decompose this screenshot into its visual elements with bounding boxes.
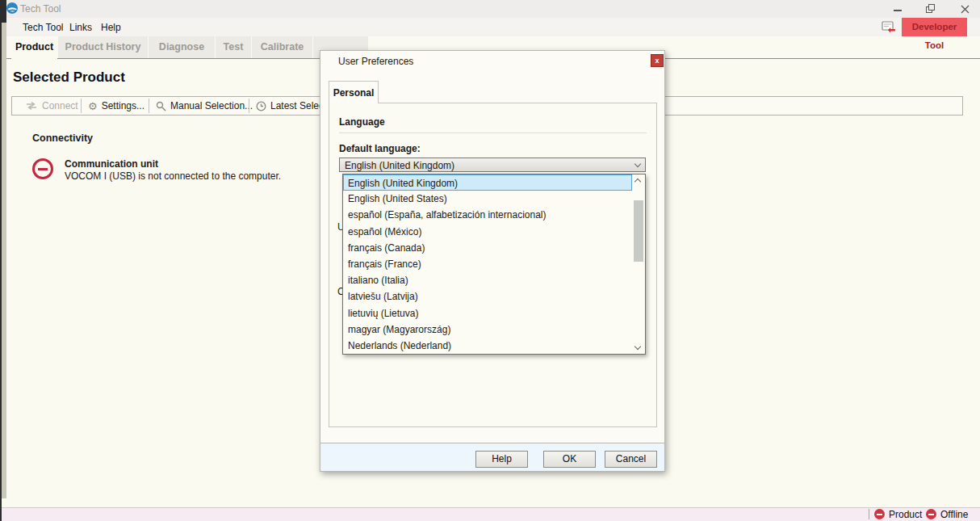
tab-product-history[interactable]: Product History (58, 36, 148, 58)
product-status-label: Product (889, 509, 922, 520)
status-divider (869, 509, 869, 519)
list-item[interactable]: italiano (Italia) (343, 272, 645, 288)
messages-icon[interactable] (882, 21, 897, 34)
window-frame-edge (0, 0, 2, 521)
list-item[interactable]: français (France) (343, 256, 645, 272)
menu-links[interactable]: Links (69, 22, 92, 33)
scrollbar-thumb[interactable] (634, 200, 643, 262)
communication-unit-title: Communication unit (65, 158, 158, 170)
dialog-title: User Preferences (338, 56, 413, 67)
list-item[interactable]: latviešu (Latvija) (343, 288, 645, 305)
list-item[interactable]: Nederlands (Nederland) (343, 338, 645, 354)
manual-selection-button[interactable]: Manual Selection... (156, 97, 253, 115)
developer-tool-button[interactable]: Developer Tool (902, 18, 967, 36)
language-section-heading: Language (339, 116, 385, 128)
section-rule (339, 132, 647, 133)
menu-help[interactable]: Help (101, 22, 121, 33)
toolbar-divider (249, 99, 249, 113)
menu-tech-tool[interactable]: Tech Tool (23, 22, 63, 33)
window-frame-corner (2, 0, 6, 23)
menu-bar: Tech Tool Links Help (0, 18, 980, 36)
selected-language-value: English (United Kingdom) (345, 160, 454, 171)
list-item[interactable]: English (United Kingdom) (343, 174, 632, 191)
dropdown-scrollbar[interactable] (632, 175, 644, 353)
user-preferences-dialog: User Preferences x Personal Language Def… (320, 50, 665, 472)
list-item[interactable]: español (España, alfabetización internac… (343, 207, 645, 223)
not-connected-icon (32, 158, 53, 179)
dialog-close-button[interactable]: x (651, 54, 664, 67)
connectivity-heading: Connectivity (32, 132, 93, 144)
tab-test[interactable]: Test (216, 36, 251, 58)
app-logo-icon (6, 2, 18, 14)
tab-calibrate[interactable]: Calibrate (252, 36, 312, 58)
language-dropdown-list: English (United Kingdom) English (United… (342, 174, 646, 355)
magnifier-icon (156, 101, 166, 111)
communication-unit-status: VOCOM I (USB) is not connected to the co… (65, 170, 281, 182)
toolbar-divider (149, 99, 149, 113)
list-item[interactable]: magyar (Magyarország) (343, 321, 645, 338)
tab-product[interactable]: Product (11, 36, 57, 59)
list-item[interactable]: español (México) (343, 224, 645, 240)
list-item[interactable]: English (United States) (343, 191, 645, 207)
tab-personal[interactable]: Personal (329, 81, 379, 103)
connect-icon (25, 101, 38, 111)
gear-icon: ⚙ (88, 101, 98, 111)
product-status-icon (874, 509, 885, 519)
page-title: Selected Product (13, 69, 125, 86)
window-title: Tech Tool (20, 3, 61, 15)
list-item[interactable]: français (Canada) (343, 240, 645, 256)
window-frame-strip (2, 23, 6, 498)
settings-button[interactable]: ⚙ Settings... (88, 97, 144, 115)
cancel-button[interactable]: Cancel (605, 451, 657, 468)
scroll-down-icon[interactable] (634, 343, 641, 350)
help-button[interactable]: Help (475, 451, 528, 468)
status-bar (0, 507, 980, 521)
restore-button[interactable] (919, 0, 943, 18)
clock-icon (256, 101, 266, 111)
offline-status-label: Offline (940, 509, 968, 520)
close-button[interactable] (953, 0, 977, 18)
personal-panel: Language Default language: English (Unit… (329, 103, 657, 427)
toolbar-divider (81, 99, 82, 113)
ok-button[interactable]: OK (543, 451, 596, 468)
chevron-down-icon (634, 161, 641, 167)
minimize-button[interactable] (886, 0, 910, 18)
list-item[interactable]: lietuvių (Lietuva) (343, 305, 645, 321)
title-bar: Tech Tool (0, 0, 980, 18)
default-language-select[interactable]: English (United Kingdom) (339, 158, 646, 172)
connect-button[interactable]: Connect (25, 97, 78, 115)
dialog-footer: Help OK Cancel (320, 443, 664, 471)
default-language-label: Default language: (339, 143, 421, 154)
tab-diagnose[interactable]: Diagnose (149, 36, 215, 58)
scroll-up-icon[interactable] (634, 179, 641, 185)
offline-status-icon (926, 509, 936, 519)
